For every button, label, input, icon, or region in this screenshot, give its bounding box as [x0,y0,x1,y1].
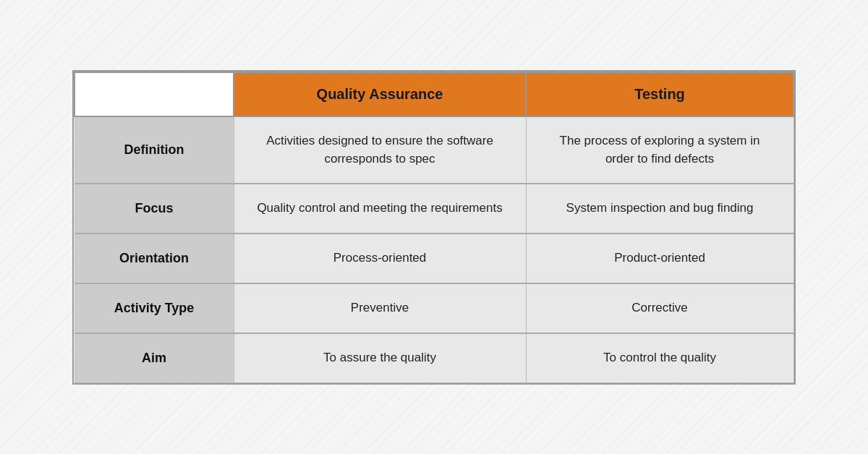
cell-testing-0: The process of exploring a system in ord… [526,116,793,184]
cell-qa-1: Quality control and meeting the requirem… [234,184,526,234]
table-row: FocusQuality control and meeting the req… [75,184,793,234]
cell-testing-2: Product-oriented [526,234,793,283]
cell-qa-0: Activities designed to ensure the softwa… [234,116,526,184]
row-label-focus: Focus [75,184,234,234]
row-label-aim: Aim [75,333,234,383]
table-row: Activity TypePreventiveCorrective [75,283,793,333]
row-label-definition: Definition [75,116,234,184]
cell-testing-1: System inspection and bug finding [526,184,793,234]
table-row: OrientationProcess-orientedProduct-orien… [75,234,793,283]
table-row: DefinitionActivities designed to ensure … [75,116,793,184]
header-testing: Testing [526,72,793,116]
cell-testing-3: Corrective [526,283,793,333]
row-label-orientation: Orientation [75,234,234,283]
cell-qa-2: Process-oriented [234,234,526,283]
cell-testing-4: To control the quality [526,333,793,383]
header-empty-cell [75,72,234,116]
cell-qa-4: To assure the quality [234,333,526,383]
row-label-activity-type: Activity Type [75,283,234,333]
table-row: AimTo assure the qualityTo control the q… [75,333,793,383]
header-quality-assurance: Quality Assurance [234,72,526,116]
cell-qa-3: Preventive [234,283,526,333]
comparison-table: Quality Assurance Testing DefinitionActi… [72,70,796,385]
